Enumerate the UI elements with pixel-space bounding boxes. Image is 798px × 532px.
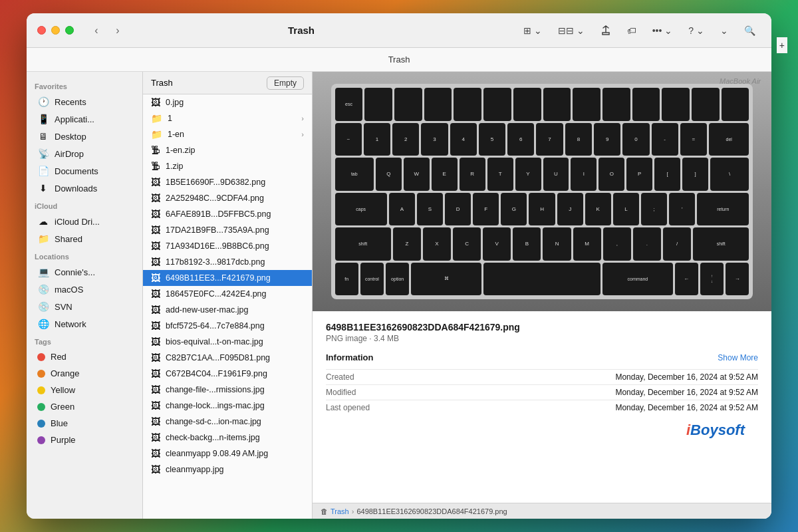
sidebar-item-green[interactable]: Green	[29, 398, 140, 415]
help-button[interactable]: ? ⌄	[683, 23, 710, 39]
file-item[interactable]: 🖼 0.jpg	[143, 94, 312, 110]
file-item[interactable]: 🖼 117b8192-3...9817dcb.png	[143, 254, 312, 270]
modified-label: Modified	[326, 388, 392, 397]
file-item[interactable]: 🗜 1-en.zip	[143, 142, 312, 158]
sidebar-item-network[interactable]: 🌐 Network	[29, 315, 140, 332]
sidebar-item-airdrop[interactable]: 📡 AirDrop	[29, 145, 140, 162]
share-button[interactable]	[595, 23, 616, 39]
preview-image: MacBook Air esc	[313, 72, 771, 311]
locations-label: Locations	[27, 247, 142, 263]
purple-tag-dot	[37, 436, 45, 444]
tag-label: Orange	[51, 368, 79, 378]
file-item[interactable]: 🖼 cleanmyapp.jpg	[143, 462, 312, 477]
file-item[interactable]: 🖼 2A252948C...9CDFA4.png	[143, 190, 312, 206]
sidebar-item-shared[interactable]: 📁 Shared	[29, 230, 140, 247]
file-item[interactable]: 🖼 186457E0FC...4242E4.png	[143, 286, 312, 302]
information-label: Information	[326, 352, 374, 362]
file-item[interactable]: 🖼 17DA21B9FB...735A9A.png	[143, 222, 312, 238]
minimize-button[interactable]	[51, 26, 60, 35]
key-arrow-updown: ↑ ↓	[700, 263, 724, 296]
file-item-selected[interactable]: 🖼 6498B11EE3...F421679.png	[143, 270, 312, 286]
sidebar-item-icloud-drive[interactable]: ☁ iCloud Dri...	[29, 213, 140, 230]
file-panel: Trash Empty 🖼 0.jpg 📁 1 › 📁 1-en ›	[143, 72, 313, 519]
key-e: E	[432, 158, 458, 191]
preview-panel: MacBook Air esc	[313, 72, 771, 519]
search-button[interactable]: 🔍	[739, 23, 761, 39]
maximize-button[interactable]	[65, 26, 74, 35]
key-f1	[364, 88, 392, 121]
tag-label: Green	[51, 402, 74, 412]
window-title: Trash	[84, 25, 518, 36]
path-bar: 🗑 Trash › 6498B11EE3162690823DDA684F4216…	[313, 503, 771, 519]
key-8: 8	[565, 123, 592, 156]
tag-label: Blue	[51, 418, 68, 428]
sidebar-item-blue[interactable]: Blue	[29, 415, 140, 432]
key-0: 0	[622, 123, 649, 156]
file-item[interactable]: 📁 1 ›	[143, 110, 312, 126]
sidebar-item-connies[interactable]: 💻 Connie's...	[29, 263, 140, 281]
file-item[interactable]: 🖼 check-backg...n-items.jpg	[143, 430, 312, 446]
more-button[interactable]: ••• ⌄	[647, 23, 678, 39]
sidebar-item-red[interactable]: Red	[29, 348, 140, 365]
key-s: S	[417, 193, 443, 226]
sidebar-item-label: iCloud Dri...	[55, 217, 100, 227]
show-more-link[interactable]: Show More	[718, 353, 758, 362]
image-icon: 🖼	[151, 257, 160, 267]
close-button[interactable]	[37, 26, 46, 35]
recents-icon: 🕐	[37, 96, 49, 107]
key-m: M	[573, 227, 601, 261]
file-item[interactable]: 🖼 6AFAE891B...D5FFBC5.png	[143, 206, 312, 222]
file-name: 2A252948C...9CDFA4.png	[166, 194, 264, 203]
image-icon: 🖼	[151, 352, 160, 363]
group-button[interactable]: ⊟⊟ ⌄	[553, 23, 590, 39]
file-item[interactable]: 🖼 bios-equival...t-on-mac.jpg	[143, 334, 312, 350]
tags-label: Tags	[27, 332, 142, 348]
folder-icon: 📁	[151, 129, 162, 140]
sidebar-item-desktop[interactable]: 🖥 Desktop	[29, 128, 140, 145]
key-tab: tab	[335, 158, 374, 191]
chevron-button[interactable]: ⌄	[715, 23, 733, 39]
file-item[interactable]: 🖼 1B5E16690F...9D6382.png	[143, 174, 312, 190]
path-filename: 6498B11EE3162690823DDA684F421679.png	[356, 507, 507, 515]
file-item[interactable]: 🖼 bfcf5725-64...7c7e884.png	[143, 318, 312, 334]
sidebar-item-recents[interactable]: 🕐 Recents	[29, 93, 140, 110]
key-f11	[662, 88, 690, 121]
file-item[interactable]: 🖼 change-lock...ings-mac.jpg	[143, 398, 312, 414]
key-esc: esc	[335, 88, 363, 121]
sidebar-item-orange[interactable]: Orange	[29, 365, 140, 382]
file-item[interactable]: 🖼 71A934D16E...9B8BC6.png	[143, 238, 312, 254]
file-item[interactable]: 📁 1-en ›	[143, 126, 312, 142]
image-icon: 🖼	[151, 177, 160, 188]
sidebar-item-label: Desktop	[55, 132, 86, 142]
file-item[interactable]: 🖼 cleanmyapp 9.08.49 AM.jpg	[143, 446, 312, 462]
key-i: I	[571, 158, 597, 191]
sidebar-item-documents[interactable]: 📄 Documents	[29, 162, 140, 180]
file-item[interactable]: 🖼 C672B4C04...F1961F9.png	[143, 366, 312, 382]
empty-button[interactable]: Empty	[267, 76, 304, 90]
file-item[interactable]: 🖼 add-new-user-mac.jpg	[143, 302, 312, 318]
last-opened-value: Monday, December 16, 2024 at 9:52 AM	[615, 403, 758, 412]
key-shift-r: shift	[693, 227, 749, 261]
image-icon: 🖼	[151, 448, 160, 459]
tag-button[interactable]: 🏷	[622, 23, 642, 39]
sidebar-item-macos[interactable]: 💿 macOS	[29, 281, 140, 298]
sidebar-item-downloads[interactable]: ⬇ Downloads	[29, 180, 140, 197]
path-trash[interactable]: Trash	[331, 507, 349, 515]
view-toggle-button[interactable]: ⊞ ⌄	[518, 23, 547, 39]
file-item[interactable]: 🖼 change-file-...rmissions.jpg	[143, 382, 312, 398]
key-f12	[692, 88, 720, 121]
file-item[interactable]: 🗜 1.zip	[143, 158, 312, 174]
key-k: K	[585, 193, 611, 226]
sidebar-item-svn[interactable]: 💿 SVN	[29, 298, 140, 315]
file-name: 6AFAE891B...D5FFBC5.png	[166, 209, 271, 219]
tag-label: Purple	[51, 435, 76, 445]
file-item[interactable]: 🖼 C82B7C1AA...F095D81.png	[143, 350, 312, 366]
sidebar-item-applications[interactable]: 📱 Applicati...	[29, 110, 140, 128]
orange-tag-dot	[37, 370, 45, 378]
key-l: L	[613, 193, 639, 226]
sidebar-item-purple[interactable]: Purple	[29, 432, 140, 448]
file-item[interactable]: 🖼 change-sd-c...ion-mac.jpg	[143, 414, 312, 430]
image-icon: 🖼	[151, 193, 160, 203]
sidebar-item-yellow[interactable]: Yellow	[29, 382, 140, 398]
image-icon: 🖼	[151, 432, 160, 443]
